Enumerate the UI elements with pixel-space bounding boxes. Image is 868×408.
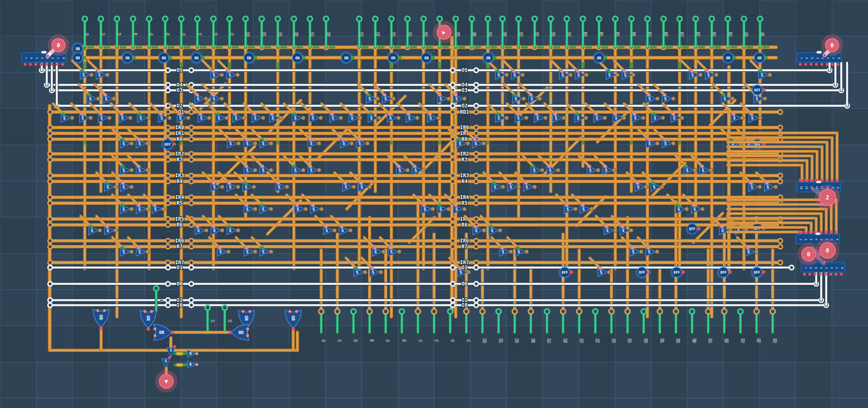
bus-end-node[interactable] (48, 110, 52, 114)
top-pin[interactable] (516, 16, 521, 21)
top-pin[interactable] (195, 16, 200, 21)
top-pin[interactable] (324, 16, 329, 21)
top-pin[interactable] (485, 16, 490, 21)
bus-label-node[interactable] (451, 104, 455, 108)
bottom-pin[interactable] (448, 309, 453, 314)
circuit-canvas[interactable]: O5O5O4O4O3O3O2O2RD1RD1IR0IR0IR1IR1R0R0IR… (0, 0, 868, 408)
bus-label-node[interactable] (166, 245, 170, 249)
bus-label-node[interactable] (474, 298, 478, 302)
component-pin[interactable] (824, 230, 827, 233)
component-pin[interactable] (829, 273, 832, 275)
top-pin[interactable] (99, 16, 104, 21)
bus-label-node[interactable] (166, 282, 170, 286)
top-pin[interactable] (532, 16, 537, 21)
buffer-capsule[interactable] (176, 352, 183, 355)
top-pin[interactable] (581, 16, 586, 21)
top-pin[interactable] (163, 16, 168, 21)
top-pin[interactable] (500, 16, 505, 21)
component-pin[interactable] (804, 63, 807, 66)
component-pin[interactable] (840, 273, 843, 275)
bus-label-node[interactable] (189, 265, 193, 270)
top-pin[interactable] (613, 16, 618, 21)
bottom-pin[interactable] (770, 309, 775, 314)
bus-label-node[interactable] (451, 125, 455, 130)
component-pin[interactable] (815, 178, 817, 181)
bottom-pin[interactable] (593, 309, 598, 314)
bus-label-node[interactable] (189, 239, 193, 243)
bus-label-node[interactable] (474, 131, 478, 135)
top-pin[interactable] (564, 16, 569, 21)
component-pin[interactable] (799, 63, 802, 66)
top-pin[interactable] (292, 16, 297, 21)
bus-label-node[interactable] (189, 179, 193, 184)
component-pin[interactable] (34, 63, 37, 66)
small-pin[interactable] (222, 305, 227, 310)
bus-label-node[interactable] (451, 245, 455, 249)
component-pin[interactable] (810, 178, 812, 181)
component-pin[interactable] (809, 230, 812, 233)
component-pin[interactable] (830, 230, 832, 233)
bus-end-node[interactable] (778, 245, 782, 249)
bottom-pin[interactable] (754, 309, 759, 314)
bus-label-node[interactable] (451, 239, 455, 243)
bottom-pin[interactable] (641, 309, 646, 314)
bus-label-node[interactable] (166, 125, 170, 130)
top-pin[interactable] (645, 16, 650, 21)
top-pin[interactable] (227, 16, 232, 21)
bottom-pin[interactable] (706, 309, 711, 314)
bottom-pin[interactable] (738, 309, 743, 314)
top-pin[interactable] (661, 16, 666, 21)
bus-label-node[interactable] (474, 83, 478, 87)
bottom-pin[interactable] (528, 309, 533, 314)
bottom-pin[interactable] (609, 309, 614, 314)
bus-end-node[interactable] (48, 125, 52, 130)
bus-label-node[interactable] (474, 245, 478, 249)
top-pin[interactable] (437, 16, 442, 21)
top-pin[interactable] (389, 16, 394, 21)
bus-label-node[interactable] (474, 265, 478, 270)
bus-label-node[interactable] (474, 201, 478, 205)
bus-label-node[interactable] (189, 260, 193, 265)
component-pin[interactable] (824, 273, 827, 275)
component-pin[interactable] (830, 178, 833, 181)
bus-label-node[interactable] (474, 110, 478, 114)
top-pin[interactable] (114, 16, 119, 21)
bus-label-node[interactable] (451, 265, 455, 270)
bus-label-node[interactable] (189, 152, 193, 156)
bottom-pin[interactable] (335, 309, 340, 314)
bus-label-node[interactable] (166, 201, 170, 205)
top-pin[interactable] (373, 16, 378, 21)
component-pin[interactable] (40, 63, 43, 66)
bus-end-node[interactable] (778, 125, 782, 130)
component-pin[interactable] (56, 63, 59, 66)
bus-end-node[interactable] (48, 131, 52, 135)
component-pin[interactable] (51, 63, 53, 66)
bus-label-node[interactable] (189, 158, 193, 162)
top-pin[interactable] (677, 16, 682, 21)
bus-label-node[interactable] (451, 110, 455, 114)
bus-end-node[interactable] (48, 298, 52, 302)
top-pin[interactable] (275, 16, 280, 21)
bottom-pin[interactable] (657, 309, 662, 314)
bus-label-node[interactable] (451, 137, 455, 141)
bus-label-node[interactable] (189, 282, 193, 286)
bus-label-node[interactable] (474, 195, 478, 199)
component-pin[interactable] (835, 178, 838, 181)
bus-label-node[interactable] (451, 158, 455, 162)
bus-label-node[interactable] (474, 158, 478, 162)
bus-label-node[interactable] (451, 217, 455, 221)
bus-label-node[interactable] (189, 303, 193, 307)
bus-label-node[interactable] (451, 298, 455, 302)
component-pin[interactable] (804, 178, 807, 181)
bottom-pin[interactable] (722, 309, 727, 314)
bottom-pin[interactable] (431, 309, 437, 314)
bus-label-node[interactable] (474, 239, 478, 243)
bus-label-node[interactable] (189, 245, 193, 249)
bus-label-node[interactable] (451, 195, 455, 199)
bus-end-node[interactable] (48, 239, 52, 243)
component-pin[interactable] (819, 273, 822, 275)
bus-label-node[interactable] (474, 282, 478, 286)
bottom-pin[interactable] (625, 309, 630, 314)
bus-end-node[interactable] (778, 179, 782, 184)
bus-end-node[interactable] (48, 152, 52, 156)
